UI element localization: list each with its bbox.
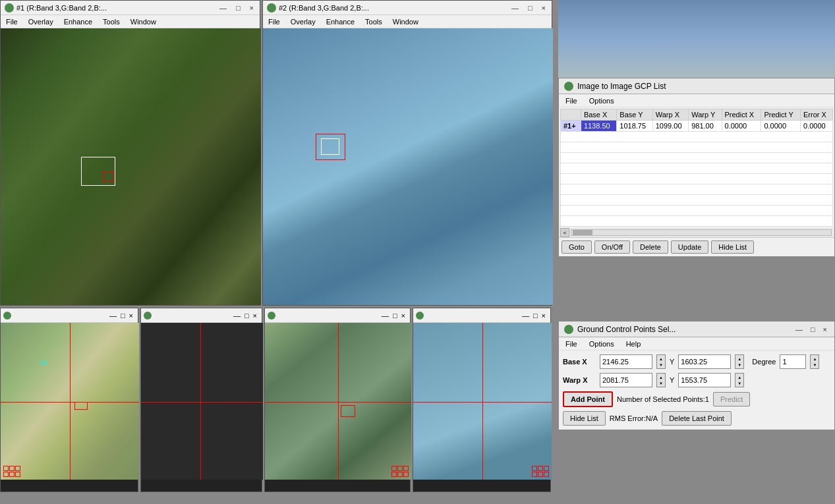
col-warp-x: Warp X (652, 109, 688, 121)
win3-maximize[interactable]: □ (119, 312, 127, 320)
win1-selection-rect (81, 157, 115, 186)
win2-menu-window[interactable]: Window (390, 17, 421, 26)
gcp-list-title: Image to Image GCP List (577, 82, 829, 91)
win4-maximize[interactable]: □ (243, 312, 251, 320)
gcp-row-warp-x: 1099.00 (652, 121, 688, 132)
win4-content[interactable] (141, 323, 263, 480)
gcp-sel-titlebar: Ground Control Points Sel... — □ × (559, 322, 834, 337)
win3-close[interactable]: × (127, 312, 135, 320)
gcp-sel-close[interactable]: × (821, 325, 829, 333)
win1-controls[interactable]: — □ × (217, 4, 256, 12)
gcp-row-pred-x: 0.0000 (722, 121, 761, 132)
win1-menu-enhance[interactable]: Enhance (61, 17, 95, 26)
gcp-buttons-row: Goto On/Off Delete Update Hide List (559, 237, 834, 256)
win5-close[interactable]: × (399, 312, 407, 320)
gcp-row-base-x: 1138.50 (581, 121, 616, 132)
win2-menu-tools[interactable]: Tools (362, 17, 385, 26)
spin-up2: ▲ (737, 357, 741, 361)
win3-gcp-marker (74, 402, 88, 410)
col-pred-y: Predict Y (761, 109, 801, 121)
win6-icon (416, 312, 424, 320)
gcp-table: Base X Base Y Warp X Warp Y Predict X Pr… (560, 109, 833, 227)
win2-menu-file[interactable]: File (266, 17, 283, 26)
win2-menu-overlay[interactable]: Overlay (288, 17, 318, 26)
col-error-x: Error X (801, 109, 833, 121)
win5-gcp-marker (341, 405, 355, 417)
gcp-sel-menu-options[interactable]: Options (587, 339, 617, 349)
gcp-sel-minimize[interactable]: — (793, 325, 805, 333)
win1-menu-window[interactable]: Window (128, 17, 159, 26)
add-point-button[interactable]: Add Point (563, 391, 613, 407)
gcp-list-menu-file[interactable]: File (563, 96, 580, 105)
win2-menu-enhance[interactable]: Enhance (324, 17, 357, 26)
degree-input[interactable] (780, 354, 806, 369)
scroll-left[interactable]: < (560, 228, 569, 237)
col-base-x: Base X (581, 109, 616, 121)
win5-maximize[interactable]: □ (391, 312, 399, 320)
gcp-sel-body: Base X ▲ ▼ Y ▲ ▼ Degree ▲ ▼ Warp X (559, 350, 834, 430)
win1-content[interactable] (1, 28, 261, 305)
warp-y-input[interactable] (678, 373, 731, 387)
win2-controls[interactable]: — □ × (509, 4, 548, 12)
base-x-spin[interactable]: ▲ ▼ (656, 354, 666, 369)
win6-content[interactable] (413, 323, 552, 480)
win6-maximize[interactable]: □ (531, 312, 540, 320)
win2-minimize[interactable]: — (509, 4, 521, 12)
win4-titlebar: — □ × (141, 308, 262, 323)
win1-menu-file[interactable]: File (3, 17, 20, 26)
win5-content[interactable] (265, 323, 411, 480)
base-y-input[interactable] (678, 354, 731, 369)
win6-close[interactable]: × (540, 312, 548, 320)
delete-last-button[interactable]: Delete Last Point (662, 411, 732, 426)
gcp-sel-menu-help[interactable]: Help (623, 339, 644, 349)
win3-crosshair-h (1, 402, 139, 403)
delete-button[interactable]: Delete (633, 240, 668, 254)
warp-x-spin[interactable]: ▲ ▼ (656, 373, 666, 387)
goto-button[interactable]: Goto (561, 240, 592, 254)
spin-down4: ▼ (659, 381, 663, 385)
win1-maximize[interactable]: □ (234, 4, 243, 12)
gcp-list-menu-options[interactable]: Options (587, 96, 617, 105)
hide-list-button[interactable]: Hide List (563, 411, 606, 426)
win1-minimize[interactable]: — (217, 4, 229, 12)
gcp-sel-menu-file[interactable]: File (563, 339, 580, 349)
update-button[interactable]: Update (671, 240, 708, 254)
spin-up3: ▲ (813, 357, 817, 361)
win3-minimize[interactable]: — (107, 312, 119, 320)
win5-minimize[interactable]: — (380, 312, 391, 320)
base-x-input[interactable] (600, 354, 652, 369)
gcp-sel-controls[interactable]: — □ × (793, 325, 829, 333)
gcp-list-titlebar: Image to Image GCP List (559, 78, 834, 94)
win2-close[interactable]: × (540, 4, 548, 12)
win6-grid-icon (532, 466, 549, 477)
col-id (561, 109, 581, 121)
gcp-row-base-y: 1018.75 (617, 121, 652, 132)
win4-close[interactable]: × (251, 312, 259, 320)
scroll-track[interactable] (571, 229, 832, 236)
win3-content[interactable]: e1 (1, 323, 139, 480)
on-off-button[interactable]: On/Off (594, 240, 630, 254)
hide-list-button-top[interactable]: Hide List (711, 240, 754, 254)
base-y-spin[interactable]: ▲ ▼ (735, 354, 744, 369)
warp-x-input[interactable] (600, 373, 652, 387)
predict-button[interactable]: Predict (713, 392, 750, 406)
win1-menu-overlay[interactable]: Overlay (26, 17, 56, 26)
gcp-empty-row6 (561, 184, 833, 195)
gcp-table-row[interactable]: #1+ 1138.50 1018.75 1099.00 981.00 0.000… (561, 121, 833, 132)
warp-y-spin[interactable]: ▲ ▼ (735, 373, 744, 387)
spin-up: ▲ (659, 357, 663, 361)
gcp-sel-maximize[interactable]: □ (809, 325, 817, 333)
gcp-sel-icon (564, 325, 573, 334)
gcp-list-icon (564, 82, 573, 91)
win2-content[interactable] (263, 28, 553, 305)
win4-minimize[interactable]: — (231, 312, 243, 320)
degree-spin[interactable]: ▲ ▼ (810, 354, 819, 369)
spin-up4: ▲ (659, 376, 663, 379)
win2-maximize[interactable]: □ (526, 4, 534, 12)
win1-menubar: File Overlay Enhance Tools Window (1, 15, 260, 28)
win1-menu-tools[interactable]: Tools (100, 17, 123, 26)
win1-close[interactable]: × (248, 4, 256, 12)
win6-minimize[interactable]: — (520, 312, 531, 320)
warp-y-label: Y (670, 376, 674, 384)
win5-titlebar: — □ × (265, 308, 410, 323)
